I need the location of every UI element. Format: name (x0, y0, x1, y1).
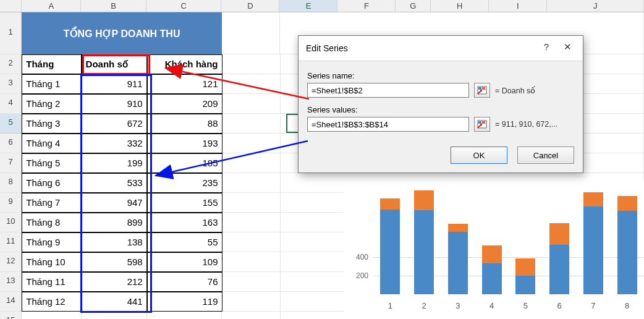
col-header-J[interactable]: J (547, 0, 644, 12)
row-number-11[interactable]: 11 (0, 232, 22, 252)
cell-C5[interactable]: 88 (147, 114, 222, 134)
cell-C3[interactable]: 121 (147, 74, 222, 94)
series-values-preview: = 911, 910, 672,... (495, 120, 557, 129)
cell-C15[interactable] (147, 312, 222, 319)
ok-button[interactable]: OK (451, 147, 507, 164)
cell-B14[interactable]: 441 (82, 292, 147, 312)
row-number-12[interactable]: 12 (0, 252, 22, 272)
cell-C14[interactable]: 119 (147, 292, 222, 312)
row-number-14[interactable]: 14 (0, 292, 22, 312)
title-band: TỔNG HỢP DOANH THU (22, 12, 222, 54)
cell-D3[interactable] (222, 74, 281, 94)
cell-A10[interactable]: Tháng 8 (22, 213, 81, 232)
embedded-chart[interactable]: 200400 12345678 (344, 181, 644, 319)
row-number-10[interactable]: 10 (0, 213, 22, 232)
cell-B15[interactable] (82, 312, 147, 319)
cell-D5[interactable] (222, 114, 281, 134)
cell-A14[interactable]: Tháng 12 (22, 292, 81, 312)
cell-A6[interactable]: Tháng 4 (22, 134, 81, 153)
cell-D14[interactable] (222, 292, 281, 312)
cell-D8[interactable] (222, 173, 281, 193)
close-button[interactable]: ✕ (557, 41, 578, 56)
col-header-E[interactable]: E (279, 0, 337, 12)
col-header-H[interactable]: H (431, 0, 489, 12)
dialog-titlebar[interactable]: Edit Series ? ✕ (299, 36, 583, 61)
cell-B8[interactable]: 533 (82, 173, 147, 193)
cell-C6[interactable]: 193 (147, 134, 222, 153)
cell-D15[interactable] (222, 312, 280, 319)
cell-A3[interactable]: Tháng 1 (22, 74, 81, 94)
col-header-D[interactable]: D (221, 0, 279, 12)
cell-D1[interactable] (222, 12, 280, 54)
range-picker-name-button[interactable] (474, 83, 490, 98)
col-header-A[interactable]: A (22, 0, 81, 12)
bar-5 (515, 258, 535, 294)
col-header-G[interactable]: G (396, 0, 431, 12)
cell-C12[interactable]: 109 (147, 252, 222, 272)
row-number-6[interactable]: 6 (0, 134, 22, 153)
row-number-13[interactable]: 13 (0, 272, 22, 292)
chart-x-axis: 12345678 (373, 301, 644, 310)
cell-C11[interactable]: 55 (147, 232, 222, 252)
range-picker-values-button[interactable] (474, 117, 490, 132)
cell-B11[interactable]: 138 (82, 232, 147, 252)
select-all-corner[interactable] (0, 0, 22, 12)
cell-B10[interactable]: 899 (82, 213, 147, 232)
cell-B12[interactable]: 598 (82, 252, 147, 272)
row-number-8[interactable]: 8 (0, 173, 22, 193)
cell-B5[interactable]: 672 (82, 114, 147, 134)
cell-D11[interactable] (222, 232, 281, 252)
cell-D12[interactable] (222, 252, 281, 272)
cell-B4[interactable]: 910 (82, 94, 147, 114)
header-khachhang[interactable]: Khách hàng (147, 54, 222, 74)
row-number-4[interactable]: 4 (0, 94, 22, 114)
cell-C8[interactable]: 235 (147, 173, 222, 193)
cell-A9[interactable]: Tháng 7 (22, 193, 81, 213)
header-doanhso[interactable]: Doanh số (82, 54, 147, 74)
series-name-input[interactable] (307, 83, 469, 98)
col-header-I[interactable]: I (489, 0, 547, 12)
cell-A11[interactable]: Tháng 9 (22, 232, 81, 252)
cell-C7[interactable]: 185 (147, 153, 222, 173)
row-number-5[interactable]: 5 (0, 114, 22, 134)
cell-D2[interactable] (222, 54, 281, 74)
cell-B13[interactable]: 212 (82, 272, 147, 292)
row-number-9[interactable]: 9 (0, 193, 22, 213)
cell-C4[interactable]: 209 (147, 94, 222, 114)
cell-D9[interactable] (222, 193, 281, 213)
cell-A15[interactable] (22, 312, 81, 319)
cell-B9[interactable]: 947 (82, 193, 147, 213)
row-number-7[interactable]: 7 (0, 153, 22, 173)
help-button[interactable]: ? (536, 41, 557, 56)
chart-bars (373, 183, 644, 294)
cell-D13[interactable] (222, 272, 281, 292)
cell-D6[interactable] (222, 134, 281, 153)
col-header-B[interactable]: B (81, 0, 146, 12)
cell-A7[interactable]: Tháng 5 (22, 153, 81, 173)
cell-D4[interactable] (222, 94, 281, 114)
cell-A12[interactable]: Tháng 10 (22, 252, 81, 272)
cell-A13[interactable]: Tháng 11 (22, 272, 81, 292)
cell-C10[interactable]: 163 (147, 213, 222, 232)
cell-B7[interactable]: 199 (82, 153, 147, 173)
col-header-F[interactable]: F (337, 0, 396, 12)
cell-B6[interactable]: 332 (82, 134, 147, 153)
cell-A8[interactable]: Tháng 6 (22, 173, 81, 193)
cell-C9[interactable]: 155 (147, 193, 222, 213)
col-header-C[interactable]: C (146, 0, 221, 12)
cell-B3[interactable]: 911 (82, 74, 147, 94)
cell-A5[interactable]: Tháng 3 (22, 114, 81, 134)
cell-C13[interactable]: 76 (147, 272, 222, 292)
cell-D7[interactable] (222, 153, 281, 173)
svg-rect-5 (482, 121, 485, 124)
header-thang[interactable]: Tháng (22, 54, 81, 74)
row-number-15[interactable]: 15 (0, 312, 22, 319)
row-number-3[interactable]: 3 (0, 74, 22, 94)
row-number-2[interactable]: 2 (0, 54, 22, 74)
row-number-1[interactable]: 1 (0, 12, 22, 54)
cell-A4[interactable]: Tháng 2 (22, 94, 81, 114)
series-values-input[interactable] (307, 117, 469, 132)
cell-D10[interactable] (222, 213, 281, 232)
series-values-label: Series values: (307, 105, 574, 114)
cancel-button[interactable]: Cancel (517, 147, 574, 164)
